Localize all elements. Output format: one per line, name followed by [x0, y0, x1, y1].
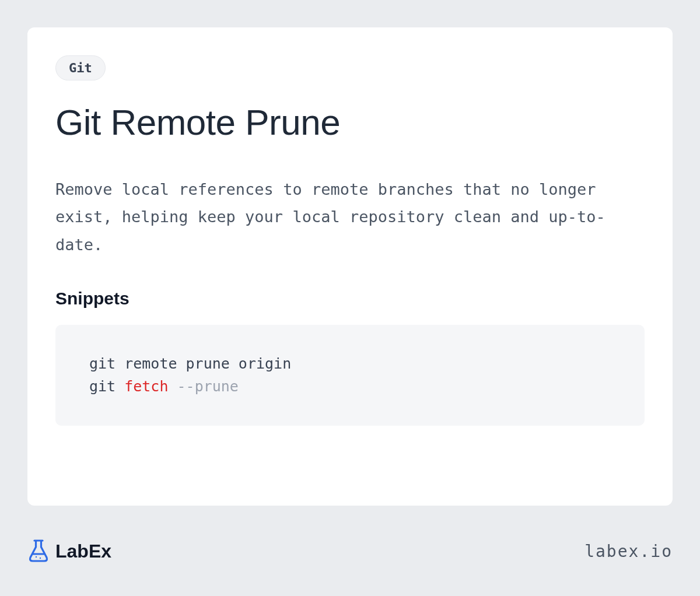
- code-block: git remote prune origin git fetch --prun…: [55, 325, 645, 426]
- flask-icon: [27, 539, 50, 563]
- page-title: Git Remote Prune: [55, 101, 645, 143]
- footer: LabEx labex.io: [27, 534, 673, 569]
- svg-point-1: [40, 558, 41, 559]
- code-keyword: fetch: [124, 378, 168, 395]
- code-text: [168, 378, 177, 395]
- category-tag: Git: [55, 55, 106, 80]
- svg-point-0: [36, 556, 37, 558]
- code-flag: --prune: [177, 378, 239, 395]
- footer-url: labex.io: [584, 542, 673, 561]
- logo: LabEx: [27, 539, 111, 563]
- logo-text: LabEx: [55, 541, 111, 562]
- content-card: Git Git Remote Prune Remove local refere…: [27, 27, 673, 506]
- description-text: Remove local references to remote branch…: [55, 176, 645, 258]
- code-line: git fetch --prune: [89, 376, 611, 398]
- code-text: git: [89, 378, 124, 395]
- code-line: git remote prune origin: [89, 353, 611, 376]
- snippets-heading: Snippets: [55, 289, 645, 308]
